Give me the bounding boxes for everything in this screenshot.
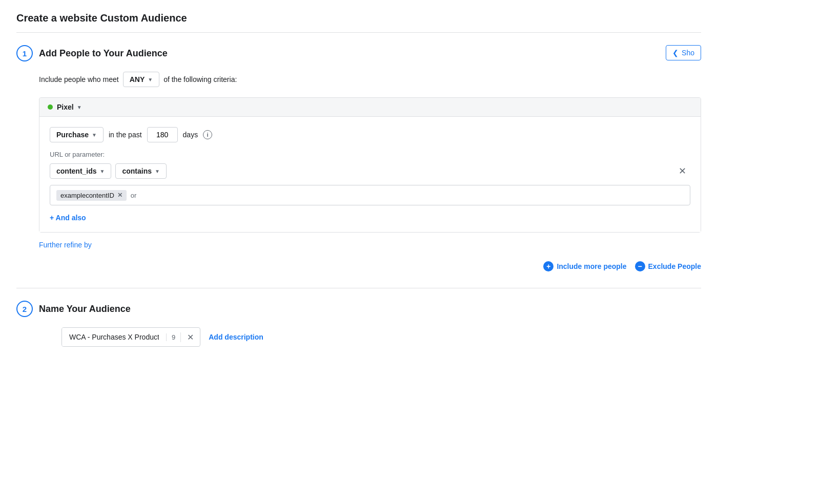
tag-input-row[interactable]: examplecontentID ✕ or xyxy=(50,185,690,205)
include-criteria-row: Include people who meet ANY ▼ of the fol… xyxy=(39,72,701,87)
step2-title: Name Your Audience xyxy=(39,304,131,314)
tag-remove-icon[interactable]: ✕ xyxy=(117,192,122,199)
show-button[interactable]: ❮ Sho xyxy=(666,45,701,60)
content-ids-dropdown[interactable]: content_ids ▼ xyxy=(50,163,111,179)
url-param-label: URL or parameter: xyxy=(50,151,690,158)
exclude-minus-icon: − xyxy=(635,261,645,271)
add-description-button[interactable]: Add description xyxy=(209,333,263,341)
pixel-status-dot xyxy=(48,104,53,110)
step1-circle: 1 xyxy=(16,45,33,61)
criteria-box: Pixel ▼ Purchase ▼ in the past days i xyxy=(39,97,701,233)
content-ids-chevron-icon: ▼ xyxy=(100,169,105,174)
remove-param-button[interactable]: ✕ xyxy=(674,163,690,179)
further-refine-button[interactable]: Further refine by xyxy=(39,241,92,249)
pixel-chevron-icon: ▼ xyxy=(77,104,82,110)
clear-name-button[interactable]: ✕ xyxy=(180,332,200,342)
audience-name-wrapper: 9 ✕ Add description xyxy=(39,327,701,347)
page-title: Create a website Custom Audience xyxy=(16,12,701,33)
step1-section: 1 Add People to Your Audience Include pe… xyxy=(16,45,701,271)
purchase-criteria-row: Purchase ▼ in the past days i xyxy=(50,127,690,142)
pixel-label: Pixel xyxy=(57,103,74,111)
tag-value: examplecontentID xyxy=(60,192,114,199)
further-refine-section: Further refine by xyxy=(39,241,701,249)
contains-dropdown[interactable]: contains ▼ xyxy=(115,163,166,179)
exclude-people-button[interactable]: − Exclude People xyxy=(635,261,701,271)
any-chevron-icon: ▼ xyxy=(148,77,153,82)
include-more-label: Include more people xyxy=(557,262,626,270)
contains-label: contains xyxy=(122,167,152,175)
purchase-label: Purchase xyxy=(56,131,89,139)
action-row: + Include more people − Exclude People xyxy=(16,261,701,271)
clear-icon: ✕ xyxy=(187,332,194,342)
purchase-chevron-icon: ▼ xyxy=(92,132,97,138)
content-ids-label: content_ids xyxy=(56,167,97,175)
or-text: or xyxy=(131,192,137,199)
info-icon[interactable]: i xyxy=(203,130,212,139)
days-input[interactable] xyxy=(147,127,178,142)
step2-header: 2 Name Your Audience xyxy=(16,301,701,317)
step1-title: Add People to Your Audience xyxy=(39,48,168,59)
include-text-after: of the following criteria: xyxy=(163,75,237,83)
show-button-label: Sho xyxy=(682,49,694,57)
pixel-header: Pixel ▼ xyxy=(39,98,701,117)
audience-name-row: 9 ✕ xyxy=(61,327,200,347)
step1-header: 1 Add People to Your Audience xyxy=(16,45,701,61)
char-count: 9 xyxy=(166,333,180,341)
section-divider xyxy=(16,288,701,288)
in-past-text: in the past xyxy=(109,131,142,139)
any-dropdown[interactable]: ANY ▼ xyxy=(123,72,159,87)
days-text: days xyxy=(183,131,198,139)
criteria-content: Purchase ▼ in the past days i URL or par… xyxy=(39,117,701,232)
include-more-button[interactable]: + Include more people xyxy=(543,261,626,271)
exclude-label: Exclude People xyxy=(648,262,701,270)
pixel-dropdown[interactable]: Pixel ▼ xyxy=(57,103,82,111)
tag-item: examplecontentID ✕ xyxy=(56,190,127,201)
chevron-left-icon: ❮ xyxy=(672,49,679,57)
include-text-before: Include people who meet xyxy=(39,75,119,83)
audience-name-input[interactable] xyxy=(62,328,166,346)
purchase-dropdown[interactable]: Purchase ▼ xyxy=(50,127,104,142)
and-also-button[interactable]: + And also xyxy=(50,214,86,222)
contains-chevron-icon: ▼ xyxy=(155,169,160,174)
step2-section: 2 Name Your Audience 9 ✕ Add description xyxy=(16,301,701,347)
include-plus-icon: + xyxy=(543,261,554,271)
param-row: content_ids ▼ contains ▼ ✕ xyxy=(50,163,690,179)
any-label: ANY xyxy=(130,75,145,83)
step2-circle: 2 xyxy=(16,301,33,317)
